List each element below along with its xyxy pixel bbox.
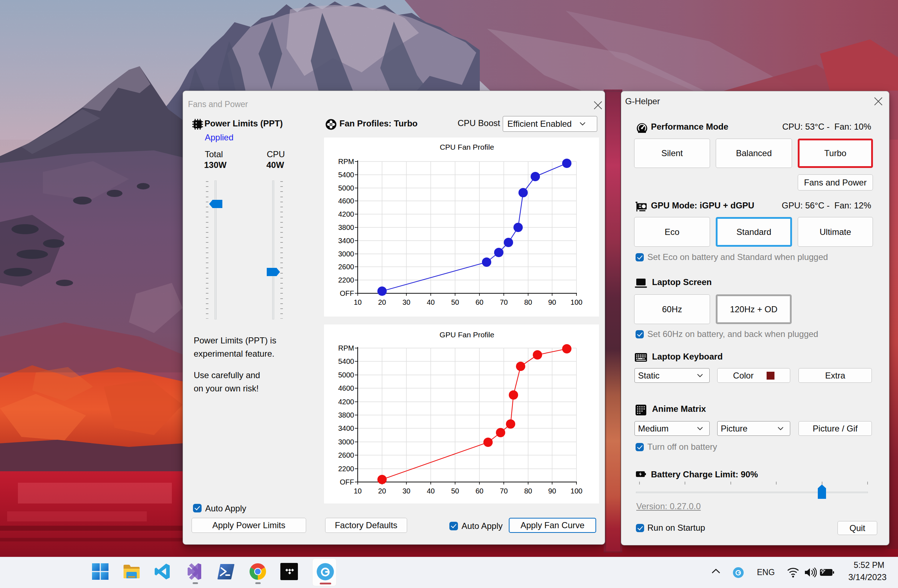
svg-text:2200: 2200 (338, 276, 354, 284)
svg-text:CPU Fan Profile: CPU Fan Profile (440, 143, 494, 151)
svg-text:5000: 5000 (338, 184, 354, 192)
svg-text:50: 50 (451, 298, 459, 306)
svg-text:40: 40 (427, 298, 435, 306)
svg-text:70: 70 (500, 487, 508, 495)
svg-text:60: 60 (475, 487, 483, 495)
svg-text:2200: 2200 (338, 465, 354, 473)
svg-text:5000: 5000 (338, 371, 354, 379)
svg-text:5400: 5400 (338, 357, 354, 365)
svg-text:4600: 4600 (338, 197, 354, 205)
svg-text:20: 20 (378, 298, 386, 306)
svg-text:OFF: OFF (340, 478, 354, 486)
svg-text:40: 40 (427, 487, 435, 495)
svg-text:5400: 5400 (338, 171, 354, 179)
svg-text:80: 80 (524, 487, 532, 495)
svg-text:4200: 4200 (338, 398, 354, 406)
svg-text:4600: 4600 (338, 384, 354, 392)
svg-text:RPM: RPM (338, 157, 354, 165)
svg-text:10: 10 (354, 487, 361, 495)
svg-text:3400: 3400 (338, 237, 354, 245)
svg-text:3400: 3400 (338, 424, 354, 432)
svg-text:3000: 3000 (338, 438, 354, 446)
svg-text:100: 100 (570, 298, 582, 306)
svg-text:4200: 4200 (338, 210, 354, 218)
svg-text:80: 80 (524, 298, 532, 306)
svg-text:90: 90 (548, 487, 556, 495)
svg-text:3800: 3800 (338, 223, 354, 231)
svg-text:OFF: OFF (340, 289, 354, 297)
svg-text:GPU Fan Profile: GPU Fan Profile (440, 331, 495, 339)
svg-text:70: 70 (500, 298, 508, 306)
svg-text:50: 50 (451, 487, 459, 495)
svg-text:RPM: RPM (338, 344, 354, 352)
svg-text:30: 30 (403, 487, 411, 495)
svg-text:20: 20 (378, 487, 386, 495)
svg-text:30: 30 (403, 298, 411, 306)
svg-text:2600: 2600 (338, 263, 354, 271)
svg-text:2600: 2600 (338, 451, 354, 459)
svg-text:90: 90 (548, 298, 556, 306)
svg-text:3800: 3800 (338, 411, 354, 419)
svg-text:100: 100 (570, 487, 582, 495)
svg-text:60: 60 (475, 298, 483, 306)
svg-text:10: 10 (354, 298, 361, 306)
svg-text:3000: 3000 (338, 250, 354, 258)
